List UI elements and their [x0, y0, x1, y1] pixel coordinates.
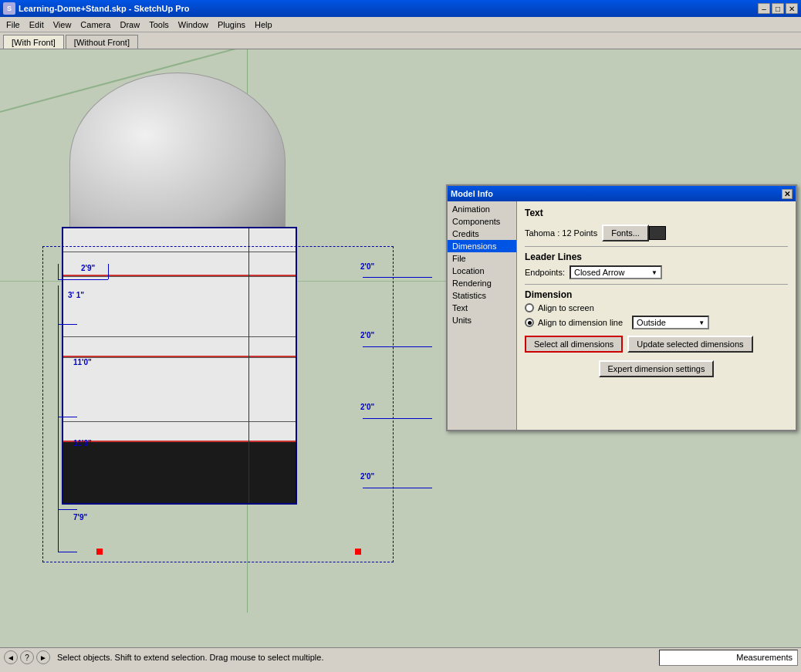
- menu-plugins[interactable]: Plugins: [213, 19, 250, 30]
- status-text: Select objects. Shift to extend selectio…: [54, 653, 659, 662]
- expert-settings-row: Expert dimension settings: [525, 360, 788, 377]
- outside-dropdown-arrow: ▼: [698, 319, 705, 326]
- red-corner-2: [355, 549, 361, 555]
- sidebar-item-dimensions[interactable]: Dimensions: [448, 240, 516, 252]
- outside-dropdown[interactable]: Outside ▼: [632, 316, 709, 329]
- align-screen-row: Align to screen: [525, 303, 788, 312]
- dim-label-3: 3' 1": [68, 291, 84, 299]
- update-selected-dimensions-button[interactable]: Update selected dimensions: [627, 336, 752, 353]
- menu-edit[interactable]: Edit: [25, 19, 49, 30]
- stand-line-4: [63, 336, 296, 337]
- radio-align-screen[interactable]: [525, 303, 534, 312]
- dome-sphere: [69, 73, 286, 250]
- align-screen-label: Align to screen: [538, 303, 594, 312]
- stand-line-6: [63, 357, 296, 358]
- main-canvas: 2'9" 2'0" 3' 1" 2'0" 11'0" 2'0" 11'0" 2'…: [0, 49, 801, 667]
- status-forward-button[interactable]: ►: [36, 650, 50, 664]
- red-corner-1: [96, 549, 103, 555]
- stand-line-3: [63, 276, 296, 277]
- dim-line-horiz-8: [363, 488, 432, 488]
- dim-line-horiz-4: [363, 346, 432, 347]
- model-info-dialog: Model Info ✕ Animation Components Credit…: [446, 184, 797, 431]
- dim-line-vert-2: [108, 264, 109, 279]
- font-value: Tahoma : 12 Points: [525, 228, 597, 238]
- minimize-button[interactable]: –: [758, 3, 770, 14]
- close-button[interactable]: ✕: [786, 3, 798, 14]
- app-icon: S: [3, 2, 15, 15]
- tab-without-front[interactable]: [Without Front]: [66, 35, 138, 49]
- dim-label-6: 2'0": [360, 403, 374, 411]
- maximize-button[interactable]: □: [772, 3, 784, 14]
- fonts-button[interactable]: Fonts...: [602, 225, 649, 241]
- menu-window[interactable]: Window: [174, 19, 213, 30]
- sidebar-item-location[interactable]: Location: [448, 265, 516, 277]
- dimension-section-title: Dimension: [525, 289, 788, 300]
- menu-camera[interactable]: Camera: [76, 19, 115, 30]
- model-info-sidebar: Animation Components Credits Dimensions …: [448, 201, 517, 430]
- endpoints-row: Endpoints: Closed Arrow ▼: [525, 265, 788, 279]
- menu-draw[interactable]: Draw: [115, 19, 144, 30]
- dim-line-vert-5: [58, 417, 59, 509]
- dim-line-horiz-2: [363, 277, 432, 278]
- status-back-button[interactable]: ◄: [4, 650, 18, 664]
- dim-label-7: 11'0": [73, 439, 92, 447]
- window-title: Learning-Dome+Stand.skp - SketchUp Pro: [19, 4, 190, 13]
- model-info-main-panel: Text Tahoma : 12 Points Fonts... Leader …: [517, 201, 796, 430]
- menu-file[interactable]: File: [2, 19, 25, 30]
- sidebar-item-credits[interactable]: Credits: [448, 228, 516, 240]
- outside-value: Outside: [637, 318, 666, 327]
- font-color-swatch[interactable]: [649, 226, 666, 240]
- sidebar-item-components[interactable]: Components: [448, 215, 516, 228]
- model-info-close-button[interactable]: ✕: [782, 189, 793, 199]
- dim-label-2: 2'0": [360, 262, 374, 271]
- leader-lines-title: Leader Lines: [525, 252, 788, 262]
- dim-line-horiz-3: [58, 324, 77, 325]
- dim-line-vert-4: [58, 324, 59, 417]
- dim-line-vert-6: [58, 509, 59, 552]
- measurements-label: Measurements: [736, 653, 793, 662]
- dim-label-5: 11'0": [73, 358, 92, 366]
- align-dimension-row: Align to dimension line Outside ▼: [525, 316, 788, 329]
- menu-tools[interactable]: Tools: [144, 19, 174, 30]
- endpoints-dropdown[interactable]: Closed Arrow ▼: [569, 265, 662, 279]
- font-row: Tahoma : 12 Points Fonts...: [525, 225, 788, 241]
- text-section-title: Text: [525, 208, 788, 218]
- stand-dark-band: [63, 442, 296, 505]
- measurements-box: Measurements: [659, 650, 798, 666]
- dim-line-horiz-9: [58, 552, 77, 552]
- stand-model: [62, 227, 297, 505]
- expert-dimension-settings-button[interactable]: Expert dimension settings: [599, 360, 715, 377]
- model-info-titlebar: Model Info ✕: [448, 186, 796, 201]
- window-controls: – □ ✕: [758, 3, 798, 14]
- menu-view[interactable]: View: [49, 19, 76, 30]
- divider-2: [525, 284, 788, 285]
- stand-vert-divider: [248, 228, 249, 503]
- status-bar: ◄ ? ► Select objects. Shift to extend se…: [0, 647, 801, 667]
- sidebar-item-file[interactable]: File: [448, 252, 516, 265]
- select-all-dimensions-button[interactable]: Select all dimensions: [525, 336, 623, 353]
- dim-line-horiz-1: [58, 279, 108, 280]
- divider-1: [525, 246, 788, 247]
- dim-line-horiz-5: [58, 417, 77, 417]
- stand-line-7: [63, 421, 296, 422]
- dim-label-8: 2'0": [360, 472, 374, 481]
- sidebar-item-text[interactable]: Text: [448, 302, 516, 314]
- stand-line-1: [63, 252, 296, 252]
- sidebar-item-rendering[interactable]: Rendering: [448, 277, 516, 289]
- sidebar-item-animation[interactable]: Animation: [448, 203, 516, 215]
- model-info-title: Model Info: [451, 189, 493, 198]
- endpoints-label: Endpoints:: [525, 268, 565, 277]
- align-dimension-label: Align to dimension line: [538, 318, 623, 327]
- status-help-button[interactable]: ?: [20, 650, 34, 664]
- sidebar-item-statistics[interactable]: Statistics: [448, 289, 516, 302]
- menu-help[interactable]: Help: [250, 19, 277, 30]
- sidebar-item-units[interactable]: Units: [448, 314, 516, 326]
- dim-line-horiz-7: [58, 509, 77, 510]
- tab-with-front[interactable]: [With Front]: [3, 35, 64, 49]
- radio-align-dimension[interactable]: [525, 318, 534, 327]
- menu-bar: File Edit View Camera Draw Tools Window …: [0, 17, 801, 32]
- endpoints-value: Closed Arrow: [574, 268, 624, 277]
- dome-model: [69, 73, 286, 242]
- dim-line-vert-1: [58, 264, 59, 279]
- stand-lines: [63, 228, 296, 503]
